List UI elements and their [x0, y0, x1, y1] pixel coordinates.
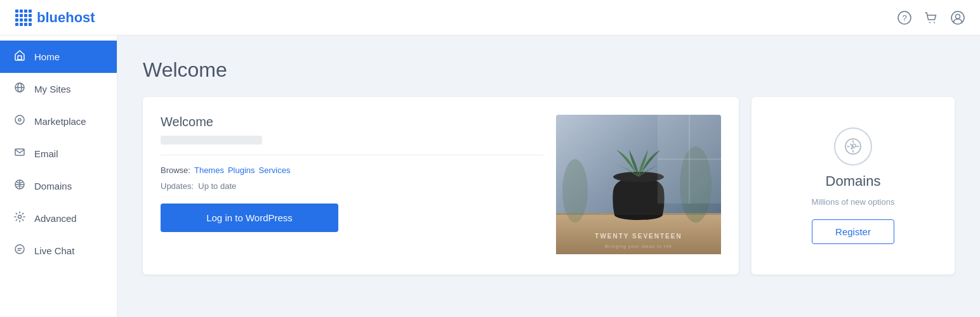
svg-point-3 — [934, 22, 935, 23]
sidebar-label-my-sites: My Sites — [34, 84, 71, 94]
welcome-card-image: TWENTY SEVENTEEN Bringing your ideas to … — [556, 115, 721, 257]
sidebar-label-email: Email — [34, 148, 58, 159]
domain-card-subtitle: Millions of new options — [812, 197, 895, 207]
sidebar-label-home: Home — [34, 51, 60, 62]
sidebar-item-my-sites[interactable]: My Sites — [0, 73, 117, 105]
logo-text: bluehost — [37, 10, 95, 26]
domain-compass-icon — [834, 127, 872, 165]
logo[interactable]: bluehost — [15, 10, 95, 26]
layout: Home My Sites Marketplace — [0, 36, 980, 317]
browse-row: Browse: Themes Plugins Services — [161, 165, 543, 175]
svg-text:?: ? — [902, 13, 906, 23]
page-title: Welcome — [143, 58, 955, 82]
svg-point-10 — [15, 115, 24, 124]
logo-grid-icon — [15, 10, 32, 26]
my-sites-icon — [13, 82, 27, 96]
domain-card-title: Domains — [826, 173, 881, 190]
sidebar-label-advanced: Advanced — [34, 213, 77, 224]
svg-point-2 — [929, 22, 930, 23]
svg-point-14 — [18, 216, 22, 219]
sidebar: Home My Sites Marketplace — [0, 36, 117, 317]
header-actions: ? — [897, 11, 965, 25]
home-icon — [13, 49, 27, 64]
domains-icon — [13, 179, 27, 193]
sidebar-item-marketplace[interactable]: Marketplace — [0, 105, 117, 138]
updates-row: Updates: Up to date — [161, 181, 543, 191]
sidebar-label-marketplace: Marketplace — [34, 116, 86, 127]
svg-rect-6 — [18, 56, 22, 60]
sidebar-item-live-chat[interactable]: Live Chat — [0, 235, 117, 267]
welcome-card-title: Welcome — [161, 115, 543, 129]
sidebar-item-advanced[interactable]: Advanced — [0, 202, 117, 235]
svg-point-11 — [18, 119, 21, 121]
register-button[interactable]: Register — [812, 219, 894, 244]
welcome-card: Welcome Browse: Themes Plugins Services … — [143, 97, 739, 275]
svg-point-15 — [15, 245, 24, 254]
sidebar-item-email[interactable]: Email — [0, 138, 117, 170]
browse-label: Browse: — [161, 165, 190, 175]
svg-text:TWENTY SEVENTEEN: TWENTY SEVENTEEN — [595, 233, 682, 240]
cards-row: Welcome Browse: Themes Plugins Services … — [143, 97, 955, 275]
welcome-card-divider — [161, 155, 543, 155]
user-icon[interactable] — [951, 11, 965, 25]
sidebar-item-domains[interactable]: Domains — [0, 170, 117, 202]
welcome-card-content: Welcome Browse: Themes Plugins Services … — [161, 115, 543, 257]
browse-plugins-link[interactable]: Plugins — [228, 165, 255, 175]
updates-value: Up to date — [198, 181, 236, 191]
advanced-icon — [13, 211, 27, 226]
svg-point-29 — [852, 146, 854, 148]
browse-services-link[interactable]: Services — [259, 165, 291, 175]
cart-icon[interactable] — [924, 11, 938, 25]
domain-card: Domains Millions of new options Register — [752, 97, 955, 275]
sidebar-item-home[interactable]: Home — [0, 41, 117, 73]
svg-text:Bringing your ideas to life: Bringing your ideas to life — [605, 244, 672, 249]
welcome-card-email — [161, 136, 262, 145]
svg-point-21 — [562, 159, 588, 223]
header: bluehost ? — [0, 0, 980, 36]
svg-rect-12 — [15, 149, 24, 155]
marketplace-icon — [13, 114, 27, 129]
updates-label: Updates: — [161, 181, 194, 191]
sidebar-label-domains: Domains — [34, 181, 72, 191]
main-content: Welcome Welcome Browse: Themes Plugins S… — [117, 36, 980, 317]
live-chat-icon — [13, 243, 27, 258]
email-icon — [13, 146, 27, 161]
browse-themes-link[interactable]: Themes — [194, 165, 224, 175]
sidebar-label-live-chat: Live Chat — [34, 245, 74, 256]
svg-point-5 — [956, 14, 960, 18]
help-icon[interactable]: ? — [897, 11, 911, 25]
login-wordpress-button[interactable]: Log in to WordPress — [161, 204, 338, 232]
